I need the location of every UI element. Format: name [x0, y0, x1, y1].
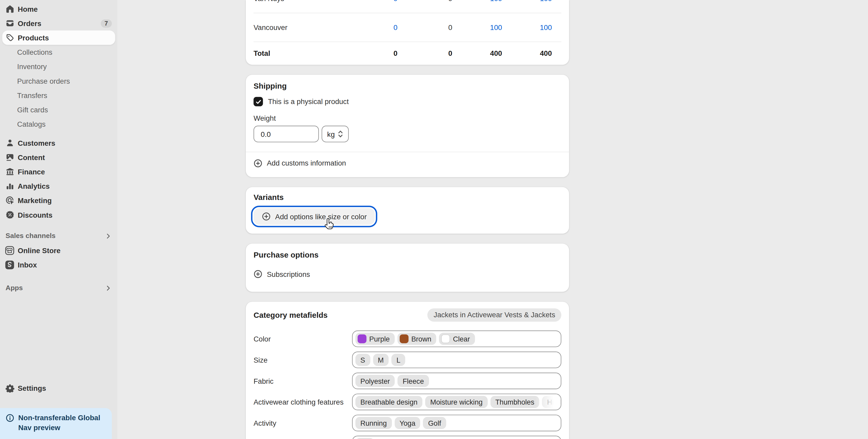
sidebar-item-discounts[interactable]: Discounts — [2, 208, 115, 222]
sidebar-group: Apps — [2, 281, 115, 295]
finance-icon — [5, 167, 14, 176]
sidebar-item-collections[interactable]: Collections — [2, 45, 115, 59]
inventory-count-link[interactable]: 0 — [364, 23, 397, 32]
color-swatch — [358, 335, 367, 343]
tag-label: Clear — [453, 335, 470, 343]
sidebar-item-content[interactable]: Content — [2, 150, 115, 164]
checkbox-checked-icon[interactable] — [254, 97, 263, 106]
shipping-title: Shipping — [254, 81, 561, 90]
shopify-admin-page: HomeOrders7ProductsCollectionsInventoryP… — [0, 0, 868, 439]
inventory-count-link[interactable]: 100 — [502, 23, 552, 32]
add-options-label: Add options like size or color — [275, 212, 367, 221]
subscriptions-label: Subscriptions — [267, 270, 310, 278]
home-icon — [5, 4, 14, 13]
tag — [355, 438, 374, 439]
metafield-label: Size — [254, 355, 352, 364]
metafield-label: Color — [254, 335, 352, 343]
discounts-icon — [5, 210, 14, 219]
weight-unit-value: kg — [327, 130, 335, 138]
sidebar-item-label: Purchase orders — [17, 76, 70, 85]
sidebar-item-transfers[interactable]: Transfers — [2, 88, 115, 102]
tag-label: Fleece — [403, 377, 424, 385]
sidebar-item-label: Inventory — [17, 62, 47, 71]
weight-input[interactable] — [254, 126, 319, 142]
sidebar-group: Sales channelsOnline StoreInbox — [2, 229, 115, 272]
tag-clear[interactable]: Clear — [439, 333, 475, 345]
tag-label: L — [397, 355, 400, 364]
add-options-button[interactable]: Add options like size or color — [254, 208, 375, 225]
tag-yoga[interactable]: Yoga — [395, 417, 421, 429]
sidebar-item-online-store[interactable]: Online Store — [2, 243, 115, 257]
tag-running[interactable]: Running — [355, 417, 392, 429]
weight-unit-select[interactable]: kg — [322, 126, 348, 142]
sidebar-item-home[interactable]: Home — [2, 2, 115, 16]
metafield-value-box[interactable]: SML — [352, 352, 561, 368]
sidebar-item-label: Transfers — [17, 91, 48, 99]
sidebar-item-gift-cards[interactable]: Gift cards — [2, 102, 115, 117]
tag-s[interactable]: S — [355, 354, 370, 366]
sidebar-header-label: Sales channels — [5, 232, 56, 240]
sidebar-item-label: Home — [18, 5, 38, 13]
metafield-row-activity: ActivityRunningYogaGolf — [254, 415, 561, 432]
tag-label: M — [378, 355, 384, 364]
metafield-value-box[interactable]: PolyesterFleece — [352, 373, 561, 389]
sidebar-group: CustomersContentFinanceAnalyticsMarketin… — [2, 135, 115, 222]
sidebar-item-inbox[interactable]: Inbox — [2, 257, 115, 272]
sidebar-item-customers[interactable]: Customers — [2, 135, 115, 150]
tag-breathable-design[interactable]: Breathable design — [355, 396, 422, 408]
sidebar-item-purchase-orders[interactable]: Purchase orders — [2, 73, 115, 88]
table-row-van-nuys: Van Nuys00100100 — [254, 0, 561, 11]
subscriptions-button[interactable]: Subscriptions — [254, 267, 561, 281]
sidebar-item-inventory[interactable]: Inventory — [2, 59, 115, 73]
total-value: 0 — [398, 49, 452, 57]
metafield-value-box[interactable]: Breathable designMoisture wickingThumbho… — [352, 394, 561, 410]
metafield-row-fabric: FabricPolyesterFleece — [254, 373, 561, 389]
sidebar-item-analytics[interactable]: Analytics — [2, 179, 115, 193]
sidebar-header-sales-channels[interactable]: Sales channels — [2, 229, 115, 243]
tag-l[interactable]: L — [392, 354, 405, 366]
color-swatch — [400, 335, 408, 343]
sidebar-item-products[interactable]: Products — [2, 31, 115, 45]
tag-moisture-wicking[interactable]: Moisture wicking — [425, 396, 488, 408]
inventory-count-link[interactable]: 0 — [364, 0, 397, 3]
gear-icon — [5, 384, 14, 393]
sidebar-item-catalogs[interactable]: Catalogs — [2, 117, 115, 131]
tag-purple[interactable]: Purple — [355, 333, 395, 345]
sidebar-item-label: Settings — [18, 384, 46, 392]
metafield-label: Activity — [254, 419, 352, 427]
orders-count-badge: 7 — [101, 19, 112, 27]
shipping-card: Shipping This is a physical product Weig… — [246, 75, 569, 177]
sidebar-header-apps[interactable]: Apps — [2, 281, 115, 295]
sidebar-item-marketing[interactable]: Marketing — [2, 193, 115, 208]
metafield-value-box[interactable]: RunningYogaGolf — [352, 415, 561, 432]
total-label: Total — [254, 49, 364, 57]
sidebar-item-finance[interactable]: Finance — [2, 164, 115, 179]
sidebar-spacer — [0, 295, 117, 381]
tag-golf[interactable]: Golf — [423, 417, 446, 429]
inventory-count-link[interactable]: 100 — [502, 0, 552, 3]
tag-fleece[interactable]: Fleece — [398, 375, 429, 387]
tag-thumbholes[interactable]: Thumbholes — [490, 396, 539, 408]
tag-hidden-po[interactable]: Hidden po — [542, 396, 561, 408]
sidebar-item-settings[interactable]: Settings — [2, 381, 115, 395]
color-swatch — [441, 335, 450, 343]
tag-label: Golf — [428, 419, 441, 427]
plus-circle-icon — [262, 212, 271, 221]
tag-label: Yoga — [400, 419, 415, 427]
inventory-count-link[interactable]: 100 — [452, 0, 502, 3]
inventory-count-link[interactable]: 100 — [452, 23, 502, 32]
add-customs-button[interactable]: Add customs information — [254, 152, 561, 174]
marketing-icon — [5, 196, 14, 205]
plus-circle-icon — [254, 158, 262, 167]
metafield-row-activewear-clothing-features: Activewear clothing featuresBreathable d… — [254, 394, 561, 410]
metafield-value-box[interactable]: PurpleBrownClear — [352, 331, 561, 347]
physical-product-checkbox-row[interactable]: This is a physical product — [254, 97, 561, 106]
products-icon — [5, 33, 14, 42]
category-metafields-card: Category metafields Jackets in Activewea… — [246, 302, 569, 439]
sidebar-item-orders[interactable]: Orders7 — [2, 16, 115, 31]
metafield-value-box[interactable] — [352, 436, 561, 439]
tag-polyester[interactable]: Polyester — [355, 375, 395, 387]
tag-m[interactable]: M — [373, 354, 389, 366]
tag-brown[interactable]: Brown — [398, 333, 436, 345]
add-customs-label: Add customs information — [267, 159, 346, 167]
